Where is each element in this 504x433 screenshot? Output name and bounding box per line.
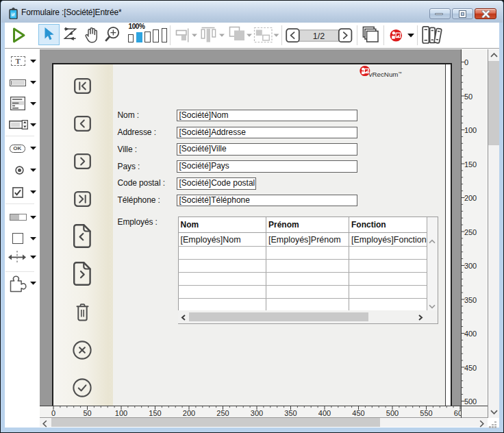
svg-text:50: 50 <box>464 92 473 100</box>
svg-text:550: 550 <box>420 409 432 417</box>
svg-text:500: 500 <box>386 409 398 417</box>
svg-text:100: 100 <box>114 409 127 417</box>
svg-text:100: 100 <box>464 126 477 134</box>
svg-text:450: 450 <box>352 409 364 417</box>
svg-text:600: 600 <box>453 409 460 417</box>
svg-text:200: 200 <box>182 409 194 417</box>
svg-text:400: 400 <box>464 330 477 338</box>
svg-text:450: 450 <box>464 363 477 371</box>
svg-text:350: 350 <box>464 295 477 304</box>
svg-text:200: 200 <box>464 194 477 202</box>
svg-text:350: 350 <box>284 409 297 417</box>
svg-text:300: 300 <box>250 409 262 417</box>
svg-text:150: 150 <box>464 160 477 168</box>
svg-text:500: 500 <box>464 397 477 406</box>
svg-text:400: 400 <box>318 409 330 417</box>
svg-text:150: 150 <box>149 409 161 417</box>
svg-text:250: 250 <box>464 227 477 236</box>
svg-text:300: 300 <box>464 262 477 270</box>
svg-text:50: 50 <box>83 409 91 417</box>
svg-text:0: 0 <box>51 409 55 417</box>
svg-text:250: 250 <box>216 409 229 417</box>
svg-text:1/2: 1/2 <box>313 32 325 41</box>
svg-text:0: 0 <box>464 58 468 66</box>
